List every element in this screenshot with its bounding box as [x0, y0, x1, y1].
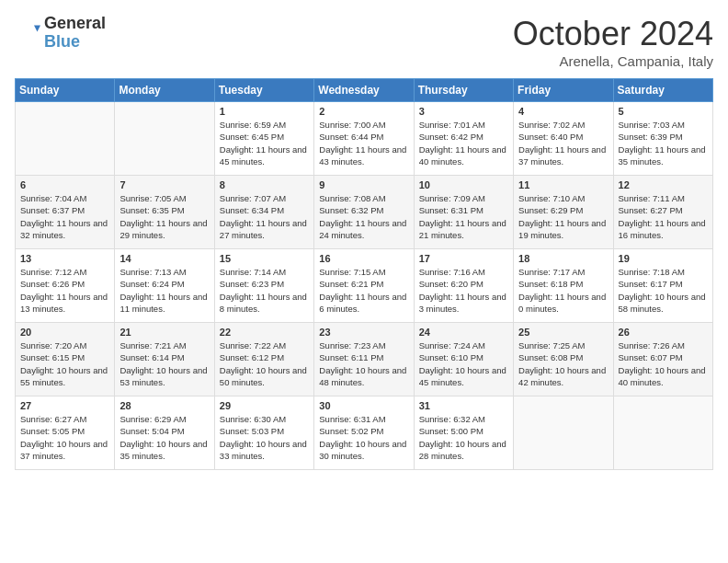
- calendar-cell: [613, 396, 712, 470]
- calendar-cell: 2Sunrise: 7:00 AM Sunset: 6:44 PM Daylig…: [314, 102, 414, 176]
- calendar-cell: 1Sunrise: 6:59 AM Sunset: 6:45 PM Daylig…: [214, 102, 313, 176]
- location-subtitle: Arenella, Campania, Italy: [513, 53, 713, 69]
- calendar-cell: 14Sunrise: 7:13 AM Sunset: 6:24 PM Dayli…: [115, 249, 214, 323]
- cell-sun-info: Sunrise: 6:32 AM Sunset: 5:00 PM Dayligh…: [419, 413, 508, 462]
- cell-sun-info: Sunrise: 6:59 AM Sunset: 6:45 PM Dayligh…: [220, 119, 309, 167]
- cell-sun-info: Sunrise: 7:25 AM Sunset: 6:08 PM Dayligh…: [518, 339, 608, 388]
- calendar-cell: 27Sunrise: 6:27 AM Sunset: 5:05 PM Dayli…: [16, 396, 115, 470]
- day-number: 5: [619, 106, 708, 117]
- day-number: 30: [319, 400, 408, 411]
- cell-sun-info: Sunrise: 7:12 AM Sunset: 6:26 PM Dayligh…: [20, 266, 109, 315]
- cell-sun-info: Sunrise: 7:01 AM Sunset: 6:42 PM Dayligh…: [419, 119, 508, 167]
- day-number: 16: [319, 253, 408, 264]
- calendar-cell: 19Sunrise: 7:18 AM Sunset: 6:17 PM Dayli…: [613, 249, 712, 323]
- calendar-week-row: 27Sunrise: 6:27 AM Sunset: 5:05 PM Dayli…: [16, 396, 713, 470]
- cell-sun-info: Sunrise: 7:15 AM Sunset: 6:21 PM Dayligh…: [319, 266, 408, 315]
- cell-sun-info: Sunrise: 7:05 AM Sunset: 6:35 PM Dayligh…: [119, 192, 209, 241]
- cell-sun-info: Sunrise: 7:07 AM Sunset: 6:34 PM Dayligh…: [220, 192, 309, 241]
- cell-sun-info: Sunrise: 7:23 AM Sunset: 6:11 PM Dayligh…: [319, 339, 408, 388]
- cell-sun-info: Sunrise: 7:24 AM Sunset: 6:10 PM Dayligh…: [419, 339, 508, 388]
- calendar-cell: 17Sunrise: 7:16 AM Sunset: 6:20 PM Dayli…: [414, 249, 513, 323]
- weekday-header: Thursday: [414, 79, 513, 102]
- calendar-cell: [115, 102, 214, 176]
- calendar-cell: 11Sunrise: 7:10 AM Sunset: 6:29 PM Dayli…: [514, 176, 613, 249]
- day-number: 11: [518, 179, 608, 190]
- calendar-cell: 4Sunrise: 7:02 AM Sunset: 6:40 PM Daylig…: [514, 102, 613, 176]
- day-number: 9: [319, 179, 408, 190]
- calendar-week-row: 20Sunrise: 7:20 AM Sunset: 6:15 PM Dayli…: [16, 323, 713, 396]
- cell-sun-info: Sunrise: 7:10 AM Sunset: 6:29 PM Dayligh…: [518, 192, 608, 241]
- calendar-cell: 6Sunrise: 7:04 AM Sunset: 6:37 PM Daylig…: [16, 176, 115, 249]
- cell-sun-info: Sunrise: 7:16 AM Sunset: 6:20 PM Dayligh…: [419, 266, 508, 315]
- calendar-cell: 25Sunrise: 7:25 AM Sunset: 6:08 PM Dayli…: [514, 323, 613, 396]
- svg-rect-0: [15, 20, 40, 46]
- calendar-cell: 8Sunrise: 7:07 AM Sunset: 6:34 PM Daylig…: [214, 176, 313, 249]
- month-title: October 2024: [513, 15, 713, 53]
- day-number: 4: [518, 106, 608, 117]
- weekday-header: Friday: [514, 79, 613, 102]
- cell-sun-info: Sunrise: 7:21 AM Sunset: 6:14 PM Dayligh…: [119, 339, 209, 388]
- calendar-cell: 22Sunrise: 7:22 AM Sunset: 6:12 PM Dayli…: [214, 323, 313, 396]
- calendar-cell: [514, 396, 613, 470]
- logo-line2: Blue: [44, 33, 106, 52]
- cell-sun-info: Sunrise: 7:11 AM Sunset: 6:27 PM Dayligh…: [619, 192, 708, 241]
- cell-sun-info: Sunrise: 7:09 AM Sunset: 6:31 PM Dayligh…: [419, 192, 508, 241]
- page-header: General Blue October 2024 Arenella, Camp…: [15, 15, 713, 69]
- calendar-cell: 31Sunrise: 6:32 AM Sunset: 5:00 PM Dayli…: [414, 396, 513, 470]
- cell-sun-info: Sunrise: 7:02 AM Sunset: 6:40 PM Dayligh…: [518, 119, 608, 167]
- day-number: 3: [419, 106, 508, 117]
- svg-marker-1: [34, 25, 40, 31]
- cell-sun-info: Sunrise: 7:14 AM Sunset: 6:23 PM Dayligh…: [220, 266, 309, 315]
- day-number: 29: [220, 400, 309, 411]
- title-block: October 2024 Arenella, Campania, Italy: [513, 15, 713, 69]
- day-number: 8: [220, 179, 309, 190]
- calendar-week-row: 13Sunrise: 7:12 AM Sunset: 6:26 PM Dayli…: [16, 249, 713, 323]
- day-number: 20: [20, 327, 109, 338]
- calendar-cell: 21Sunrise: 7:21 AM Sunset: 6:14 PM Dayli…: [115, 323, 214, 396]
- day-number: 7: [119, 179, 209, 190]
- calendar-cell: 12Sunrise: 7:11 AM Sunset: 6:27 PM Dayli…: [613, 176, 712, 249]
- weekday-header: Saturday: [613, 79, 712, 102]
- calendar-cell: 5Sunrise: 7:03 AM Sunset: 6:39 PM Daylig…: [613, 102, 712, 176]
- calendar-cell: 9Sunrise: 7:08 AM Sunset: 6:32 PM Daylig…: [314, 176, 414, 249]
- logo: General Blue: [15, 15, 106, 52]
- day-number: 31: [419, 400, 508, 411]
- cell-sun-info: Sunrise: 7:20 AM Sunset: 6:15 PM Dayligh…: [20, 339, 109, 388]
- calendar-cell: 10Sunrise: 7:09 AM Sunset: 6:31 PM Dayli…: [414, 176, 513, 249]
- day-number: 14: [119, 253, 209, 264]
- day-number: 13: [20, 253, 109, 264]
- calendar-cell: 20Sunrise: 7:20 AM Sunset: 6:15 PM Dayli…: [16, 323, 115, 396]
- cell-sun-info: Sunrise: 6:30 AM Sunset: 5:03 PM Dayligh…: [220, 413, 309, 462]
- weekday-header: Wednesday: [314, 79, 414, 102]
- day-number: 12: [619, 179, 708, 190]
- cell-sun-info: Sunrise: 7:22 AM Sunset: 6:12 PM Dayligh…: [220, 339, 309, 388]
- weekday-header-row: SundayMondayTuesdayWednesdayThursdayFrid…: [16, 79, 713, 102]
- day-number: 17: [419, 253, 508, 264]
- day-number: 24: [419, 327, 508, 338]
- calendar-cell: 15Sunrise: 7:14 AM Sunset: 6:23 PM Dayli…: [214, 249, 313, 323]
- calendar-cell: 28Sunrise: 6:29 AM Sunset: 5:04 PM Dayli…: [115, 396, 214, 470]
- day-number: 23: [319, 327, 408, 338]
- day-number: 6: [20, 179, 109, 190]
- cell-sun-info: Sunrise: 7:18 AM Sunset: 6:17 PM Dayligh…: [619, 266, 708, 315]
- calendar-cell: 16Sunrise: 7:15 AM Sunset: 6:21 PM Dayli…: [314, 249, 414, 323]
- cell-sun-info: Sunrise: 7:08 AM Sunset: 6:32 PM Dayligh…: [319, 192, 408, 241]
- cell-sun-info: Sunrise: 7:26 AM Sunset: 6:07 PM Dayligh…: [619, 339, 708, 388]
- cell-sun-info: Sunrise: 6:29 AM Sunset: 5:04 PM Dayligh…: [119, 413, 209, 462]
- day-number: 10: [419, 179, 508, 190]
- cell-sun-info: Sunrise: 7:00 AM Sunset: 6:44 PM Dayligh…: [319, 119, 408, 167]
- day-number: 15: [220, 253, 309, 264]
- day-number: 2: [319, 106, 408, 117]
- calendar-cell: 30Sunrise: 6:31 AM Sunset: 5:02 PM Dayli…: [314, 396, 414, 470]
- calendar-cell: 26Sunrise: 7:26 AM Sunset: 6:07 PM Dayli…: [613, 323, 712, 396]
- cell-sun-info: Sunrise: 7:17 AM Sunset: 6:18 PM Dayligh…: [518, 266, 608, 315]
- calendar-cell: 18Sunrise: 7:17 AM Sunset: 6:18 PM Dayli…: [514, 249, 613, 323]
- day-number: 28: [119, 400, 209, 411]
- cell-sun-info: Sunrise: 7:04 AM Sunset: 6:37 PM Dayligh…: [20, 192, 109, 241]
- calendar-week-row: 6Sunrise: 7:04 AM Sunset: 6:37 PM Daylig…: [16, 176, 713, 249]
- day-number: 21: [119, 327, 209, 338]
- cell-sun-info: Sunrise: 6:31 AM Sunset: 5:02 PM Dayligh…: [319, 413, 408, 462]
- day-number: 22: [220, 327, 309, 338]
- day-number: 26: [619, 327, 708, 338]
- calendar-cell: [16, 102, 115, 176]
